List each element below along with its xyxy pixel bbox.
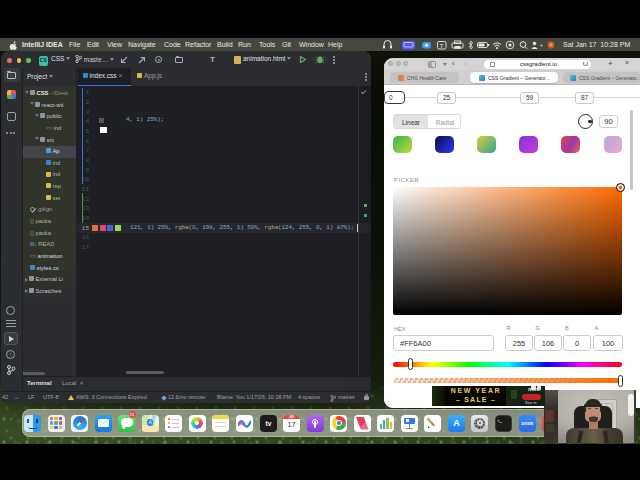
svg-text:T: T — [440, 42, 444, 48]
svg-text:+: + — [540, 42, 543, 48]
